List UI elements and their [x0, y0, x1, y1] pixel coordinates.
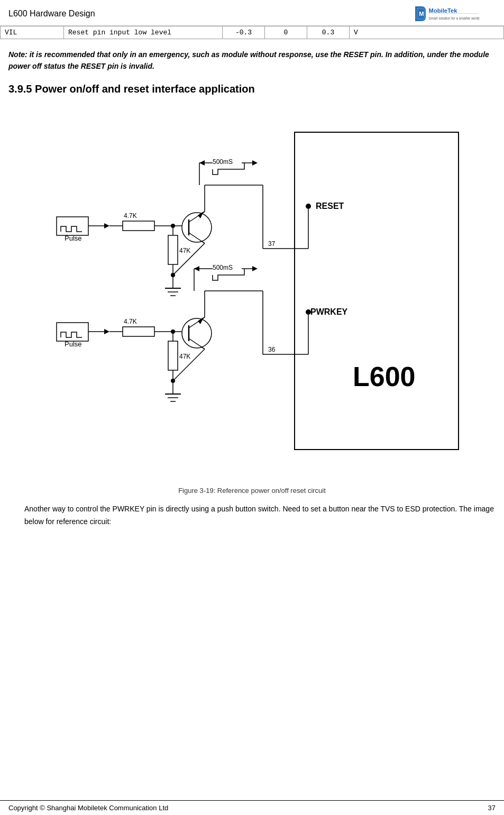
reset-pin-dot	[306, 204, 311, 209]
table-row: VIL Reset pin input low level -0.3 0 0.3…	[1, 26, 504, 39]
t1-label: 500mS	[213, 158, 233, 166]
note-text: Note: it is recommended that only in an …	[8, 49, 496, 72]
footer-copyright: Copyright © Shanghai Mobiletek Communica…	[8, 804, 168, 812]
svg-text:M: M	[419, 11, 424, 17]
pulse2-arrow	[104, 329, 109, 334]
r3-body	[123, 327, 154, 336]
r1-label: 4.7K	[124, 212, 137, 219]
param-min: -0.3	[223, 26, 265, 39]
r1-body	[123, 221, 154, 231]
r2-label: 47K	[179, 247, 190, 254]
content-area: Note: it is recommended that only in an …	[0, 39, 504, 537]
r3-label: 4.7K	[124, 318, 137, 325]
page-header: L600 Hardware Design M MobileTek Smart s…	[0, 0, 504, 26]
t2-arrow	[252, 266, 258, 271]
pwrkey-label: PWRKEY	[310, 307, 348, 316]
pin36-label: 36	[268, 346, 276, 353]
svg-rect-3	[295, 132, 459, 450]
t2-label: 500mS	[213, 264, 233, 271]
param-description: Reset pin input low level	[64, 26, 223, 39]
section-heading: 3.9.5 Power on/off and reset interface a…	[8, 83, 496, 95]
document-title: L600 Hardware Design	[8, 9, 95, 19]
param-max: 0.3	[307, 26, 350, 39]
t1-arrow	[252, 160, 258, 166]
circuit-diagram: L600 RESET 37 PWRKEY 36	[35, 106, 469, 476]
page-wrapper: L600 Hardware Design M MobileTek Smart s…	[0, 0, 504, 815]
body-text: Another way to control the PWRKEY pin is…	[8, 503, 496, 528]
param-unit: V	[350, 26, 504, 39]
pin37-label: 37	[268, 240, 276, 248]
figure-caption: Figure 3-19: Reference power on/off rese…	[8, 487, 496, 495]
pwrkey-pin-dot	[306, 309, 311, 315]
param-typ: 0	[265, 26, 307, 39]
page-footer: Copyright © Shanghai Mobiletek Communica…	[0, 800, 504, 815]
chip-label: L600	[353, 361, 416, 392]
svg-text:Smart solution for a smarter w: Smart solution for a smarter world	[429, 16, 480, 20]
logo: M MobileTek Smart solution for a smarter…	[411, 4, 496, 23]
svg-text:MobileTek: MobileTek	[429, 7, 458, 14]
pulse1-arrow	[104, 223, 109, 228]
footer-page-number: 37	[488, 804, 496, 812]
circuit-diagram-container: L600 RESET 37 PWRKEY 36	[8, 106, 496, 476]
parameter-table: VIL Reset pin input low level -0.3 0 0.3…	[0, 26, 504, 39]
r4-label: 47K	[179, 353, 190, 360]
param-symbol: VIL	[1, 26, 64, 39]
r2-body	[168, 235, 178, 264]
reset-label: RESET	[316, 202, 344, 210]
logo-image: M MobileTek Smart solution for a smarter…	[411, 4, 496, 23]
r4-body	[168, 341, 178, 370]
